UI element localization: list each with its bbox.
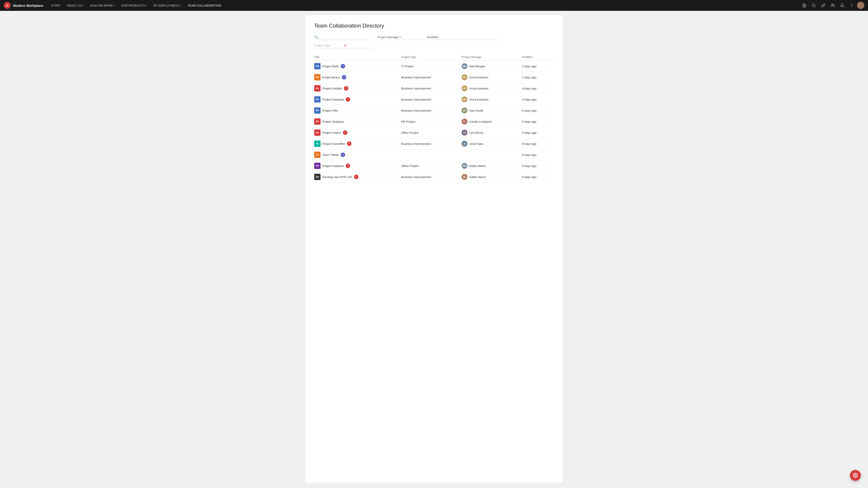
project-name: Project Seabass	[322, 120, 344, 123]
brand-logo-icon: A	[4, 2, 11, 9]
teams-badge: T	[342, 75, 346, 79]
cell-project-type-4: Business Improvement	[401, 105, 462, 116]
project-icon: PB	[314, 63, 320, 69]
cell-project-type-8	[401, 149, 462, 160]
separator: -	[463, 35, 499, 39]
project-icon: PB	[314, 74, 320, 80]
table-row[interactable]: PA Project Alameda T Business Improvemen…	[314, 94, 554, 105]
fab-button[interactable]	[850, 470, 861, 481]
cell-manager-6: LB Levi Burns	[462, 127, 522, 138]
cell-title-3: PA Project Alameda T	[314, 94, 401, 105]
cell-manager-8	[462, 149, 522, 160]
search-icon[interactable]	[810, 1, 818, 9]
cell-manager-5: CL Cecilia Lundqvist	[462, 116, 522, 127]
brand[interactable]: A Modern Workplace	[4, 2, 43, 9]
cell-modified-8: 8 days ago	[522, 149, 554, 160]
cell-project-type-1: Business Improvement	[401, 72, 462, 83]
nav-item-my-employment[interactable]: MY EMPLOYMENT ▾	[150, 0, 184, 11]
project-icon: PS	[314, 140, 320, 147]
manager-avatar: AD	[462, 107, 467, 113]
document-icon[interactable]	[800, 1, 808, 9]
nav-item-team-collaboration[interactable]: TEAM COLLABORATION	[184, 0, 224, 11]
project-manager-filter[interactable]: Project Manager ▾	[377, 35, 423, 40]
bell-icon[interactable]	[838, 1, 846, 9]
cell-modified-9: 8 days ago	[522, 160, 554, 171]
table-row[interactable]: PH Project Haddock T Office Project DM D…	[314, 160, 554, 171]
manager-avatar: LB	[462, 130, 467, 135]
manager-avatar: CL	[462, 119, 467, 125]
svg-point-10	[855, 475, 856, 476]
cell-project-type-6: Office Project	[401, 127, 462, 138]
svg-point-8	[851, 5, 852, 6]
cell-manager-4: AD Alan Dodd	[462, 105, 522, 116]
search-icon: 🔍	[314, 35, 318, 39]
cell-modified-5: 8 days ago	[522, 116, 554, 127]
modified-label: Modified	[427, 35, 463, 39]
project-name: Project Bravo	[322, 76, 340, 79]
table-row[interactable]: PB Project Belle T IT Project NM Neil Mo…	[314, 61, 554, 72]
table-row[interactable]: PA Project Aladdin T Business Improvemen…	[314, 83, 554, 94]
more-icon[interactable]	[848, 1, 856, 9]
nav-item-start[interactable]: START	[48, 0, 64, 11]
people-icon[interactable]	[829, 1, 837, 9]
table-row[interactable]: DN Develop new MTB 140 T Business Improv…	[314, 171, 554, 183]
nav-item-about-us[interactable]: ABOUT US ▾	[64, 0, 87, 11]
cell-project-type-9: Office Project	[401, 160, 462, 171]
project-icon: PA	[314, 129, 320, 136]
svg-point-7	[851, 4, 852, 4]
nav-menu: START ABOUT US ▾ HOW WE WORK ▾ OUR PRODU…	[48, 0, 800, 11]
project-manager-label: Project Manager	[377, 35, 400, 39]
project-name: Project Alameda	[322, 98, 344, 101]
project-name: Develop new MTB 140	[322, 175, 352, 179]
search-filter[interactable]: 🔍	[314, 35, 373, 40]
teams-badge: T	[343, 130, 347, 135]
cell-project-type-7: Business Improvement	[401, 138, 462, 149]
modified-filter[interactable]: Modified -	[427, 35, 500, 40]
chevron-down-icon: ▾	[400, 36, 423, 38]
manager-name: Cecilia Lundqvist	[469, 120, 491, 123]
nav-right-actions	[800, 1, 864, 9]
table-row[interactable]: PS Project Swordfish T Business Improvem…	[314, 138, 554, 149]
cell-manager-9: DM Dieter Mainz	[462, 160, 522, 171]
nav-item-how-we-work[interactable]: HOW WE WORK ▾	[87, 0, 118, 11]
manager-avatar: AK	[462, 96, 467, 102]
svg-point-4	[812, 4, 815, 6]
teams-badge: T	[346, 97, 350, 102]
manager-name: Neil Morgan	[469, 65, 485, 68]
chevron-down-icon: ▾	[146, 4, 147, 7]
table-row[interactable]: PA Project Avalon T Office Project LB Le…	[314, 127, 554, 138]
table-row[interactable]: PS Project Seabass HR Project CL Cecilia…	[314, 116, 554, 127]
search-input[interactable]	[318, 35, 373, 39]
project-name: Project Haddock	[322, 164, 344, 168]
svg-point-6	[832, 4, 833, 5]
teams-badge: T	[346, 164, 350, 168]
cell-title-10: DN Develop new MTB 140 T	[314, 171, 401, 183]
link-icon[interactable]	[819, 1, 827, 9]
manager-name: Alan Dodd	[469, 109, 483, 112]
table-row[interactable]: PP Project Pike Business Improvement AD …	[314, 105, 554, 116]
chevron-down-icon: ▾	[83, 4, 84, 7]
cell-manager-3: AK Anna Karlsson	[462, 94, 522, 105]
project-type-filter[interactable]: Project Type 🏷	[314, 43, 373, 48]
cell-title-5: PS Project Seabass	[314, 116, 401, 127]
teams-badge: T	[341, 153, 345, 157]
manager-name: Anna Karlsson	[469, 87, 489, 90]
nav-item-our-products[interactable]: OUR PRODUCTS ▾	[118, 0, 150, 11]
cell-title-8: TT Team Toledo T	[314, 149, 401, 160]
user-avatar[interactable]	[857, 2, 864, 9]
project-name: Project Pike	[322, 109, 338, 112]
cell-title-9: PH Project Haddock T	[314, 160, 401, 171]
cell-title-0: PB Project Belle T	[314, 61, 401, 72]
cell-modified-0: 2 days ago	[522, 61, 554, 72]
project-icon: PS	[314, 119, 320, 125]
table-row[interactable]: PB Project Bravo T Business Improvement …	[314, 72, 554, 83]
page-title: Team Collaboration Directory	[314, 23, 554, 29]
cell-project-type-2: Business Improvement	[401, 83, 462, 94]
manager-name: Josef Gatu	[469, 142, 484, 145]
cell-project-type-0: IT Project	[401, 61, 462, 72]
teams-badge: T	[347, 141, 351, 146]
cell-title-7: PS Project Swordfish T	[314, 138, 401, 149]
project-icon: PA	[314, 96, 320, 103]
manager-avatar: AK	[462, 86, 467, 91]
table-row[interactable]: TT Team Toledo T 8 days ago	[314, 149, 554, 160]
